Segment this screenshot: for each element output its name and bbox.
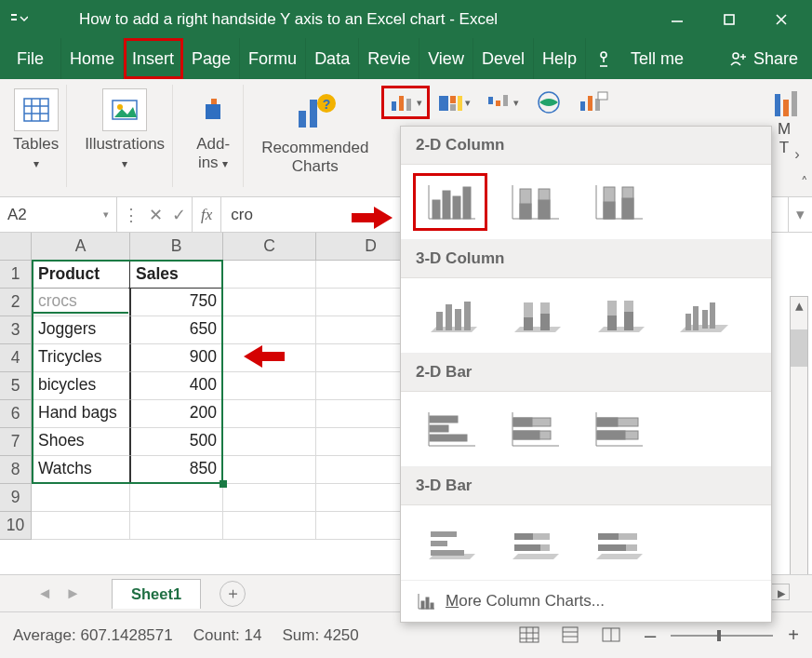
- sheet-tab-sheet1[interactable]: Sheet1: [112, 579, 201, 609]
- chart-3d-clustered-bar[interactable]: [416, 517, 485, 569]
- row-header-5[interactable]: 5: [0, 372, 32, 400]
- svg-rect-85: [513, 418, 532, 426]
- tab-developer[interactable]: Devel: [473, 38, 534, 79]
- cancel-formula-icon[interactable]: ✕: [149, 205, 163, 225]
- hierarchy-chart-button[interactable]: ▾: [433, 88, 475, 116]
- sheet-nav-prev[interactable]: ◄: [37, 584, 52, 602]
- waterfall-chart-button[interactable]: ▾: [481, 88, 524, 116]
- cell-B2[interactable]: 750: [130, 289, 223, 316]
- zoom-out-button[interactable]: –: [645, 624, 656, 648]
- chart-3d-100pct-stacked-column[interactable]: [583, 289, 652, 342]
- vertical-scrollbar[interactable]: ▴: [790, 296, 808, 575]
- fx-icon[interactable]: fx: [193, 197, 221, 232]
- zoom-slider-thumb[interactable]: [717, 630, 721, 641]
- row-header-8[interactable]: 8: [0, 456, 32, 484]
- maps-button[interactable]: [529, 88, 568, 116]
- row-header-9[interactable]: 9: [0, 484, 32, 512]
- chart-type-dropdown-panel: 2-D Column 3-D Column: [400, 126, 772, 623]
- chart-3d-stacked-column[interactable]: [499, 289, 568, 342]
- name-box[interactable]: A2 ▾: [0, 197, 117, 232]
- formula-bar-expand-icon[interactable]: ▾: [788, 197, 812, 232]
- row-header-6[interactable]: 6: [0, 400, 32, 428]
- chart-3d-clustered-column[interactable]: [416, 289, 485, 342]
- cell-B4[interactable]: 900: [130, 344, 223, 372]
- cell-B1[interactable]: Sales: [130, 261, 223, 289]
- tab-formulas[interactable]: Formu: [240, 38, 306, 79]
- chart-clustered-column[interactable]: [416, 176, 485, 228]
- column-chart-button[interactable]: ▾: [384, 88, 427, 116]
- selection-fill-handle[interactable]: [220, 480, 227, 488]
- tab-file[interactable]: File: [0, 38, 61, 79]
- qat-customize-icon[interactable]: [9, 13, 47, 26]
- tab-help[interactable]: Help: [534, 38, 586, 79]
- cell-B3[interactable]: 650: [130, 316, 223, 344]
- name-box-dropdown-icon[interactable]: ▾: [103, 208, 109, 221]
- chart-3d-column[interactable]: [667, 289, 736, 342]
- share-button[interactable]: Share: [713, 38, 812, 79]
- cell-A6[interactable]: Hand bags: [32, 400, 130, 428]
- chart-stacked-column[interactable]: [499, 176, 568, 228]
- enter-formula-icon[interactable]: ✓: [172, 205, 186, 225]
- sheet-nav-next[interactable]: ►: [65, 584, 80, 602]
- chart-stacked-bar[interactable]: [499, 403, 568, 455]
- window-minimize-button[interactable]: [669, 11, 686, 28]
- tab-review[interactable]: Revie: [359, 38, 419, 79]
- new-sheet-button[interactable]: ＋: [220, 581, 246, 607]
- cell-A8[interactable]: Watchs: [32, 456, 130, 484]
- ribbon-group-addins[interactable]: Add- ins ▾: [183, 85, 244, 187]
- cell-A4[interactable]: Tricycles: [32, 344, 130, 372]
- select-all-corner[interactable]: [0, 233, 32, 261]
- cell-A3[interactable]: Joggers: [32, 316, 130, 344]
- zoom-in-button[interactable]: +: [788, 624, 799, 646]
- cell-C2[interactable]: [223, 289, 316, 316]
- ribbon-collapse-button[interactable]: ˄: [801, 174, 808, 191]
- cell-A1[interactable]: Product: [32, 261, 130, 289]
- cell-B5[interactable]: 400: [130, 372, 223, 400]
- tell-me-input[interactable]: Tell me: [617, 38, 713, 79]
- cell-C1[interactable]: [223, 261, 316, 289]
- cell-A5[interactable]: bicycles: [32, 372, 130, 400]
- view-page-break-icon[interactable]: [600, 625, 624, 646]
- row-header-3[interactable]: 3: [0, 316, 32, 344]
- ribbon-group-tables[interactable]: Tables▾: [6, 85, 67, 187]
- chart-100pct-stacked-column[interactable]: [583, 176, 652, 228]
- zoom-slider[interactable]: [671, 635, 773, 637]
- tab-data[interactable]: Data: [306, 38, 359, 79]
- view-page-layout-icon[interactable]: [559, 625, 583, 646]
- chart-3d-100pct-stacked-bar[interactable]: [583, 517, 652, 569]
- formula-options-icon[interactable]: ⋮: [123, 205, 140, 225]
- cell-A2[interactable]: crocs: [32, 289, 130, 316]
- col-header-B[interactable]: B: [130, 233, 223, 261]
- tab-page-layout[interactable]: Page: [183, 38, 240, 79]
- view-normal-icon[interactable]: [518, 625, 542, 646]
- chart-3d-stacked-bar[interactable]: [499, 517, 568, 569]
- tab-home[interactable]: Home: [61, 38, 124, 79]
- svg-rect-63: [455, 309, 461, 330]
- vertical-scroll-thumb[interactable]: [791, 329, 807, 367]
- row-header-10[interactable]: 10: [0, 512, 32, 540]
- row-header-7[interactable]: 7: [0, 428, 32, 456]
- row-header-2[interactable]: 2: [0, 289, 32, 316]
- more-column-charts[interactable]: More Column Charts...: [401, 581, 771, 622]
- pivotchart-button[interactable]: [574, 88, 613, 116]
- col-header-C[interactable]: C: [223, 233, 316, 261]
- window-close-button[interactable]: [773, 11, 790, 28]
- ribbon-group-recommended-charts[interactable]: ? Recommended Charts: [254, 85, 376, 187]
- window-maximize-button[interactable]: [721, 11, 738, 28]
- col-header-A[interactable]: A: [32, 233, 130, 261]
- chart-100pct-stacked-bar[interactable]: [583, 403, 652, 455]
- tab-view[interactable]: View: [419, 38, 473, 79]
- more-charts-label: ore Column Charts...: [459, 592, 605, 610]
- row-header-4[interactable]: 4: [0, 344, 32, 372]
- cell-A7[interactable]: Shoes: [32, 428, 130, 456]
- svg-rect-107: [421, 601, 424, 609]
- cell-B7[interactable]: 500: [130, 428, 223, 456]
- ribbon-scroll-right[interactable]: ›: [786, 142, 808, 165]
- tab-insert[interactable]: Insert: [124, 38, 183, 79]
- tellme-icon[interactable]: [586, 38, 617, 79]
- row-header-1[interactable]: 1: [0, 261, 32, 289]
- ribbon-group-illustrations[interactable]: Illustrations▾: [77, 85, 173, 187]
- cell-B6[interactable]: 200: [130, 400, 223, 428]
- cell-B8[interactable]: 850: [130, 456, 223, 484]
- chart-clustered-bar[interactable]: [416, 403, 485, 455]
